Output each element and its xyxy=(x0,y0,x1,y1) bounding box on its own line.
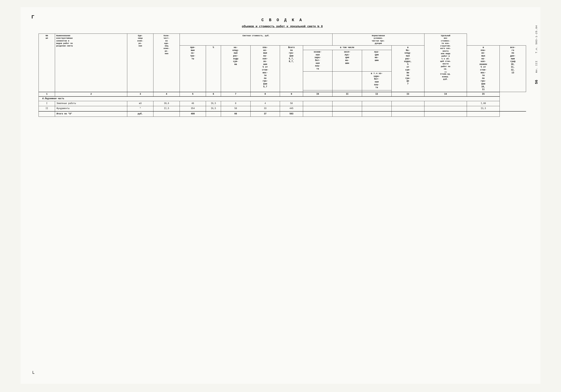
col-num-13: I3 xyxy=(391,92,424,97)
total-row-a: Итого по "А" руб. 400 66 37 503 xyxy=(39,111,526,117)
col-norm-2: впла-но-выхна-коп-лениях% отстои-мос-тип… xyxy=(467,45,500,92)
row2-col13 xyxy=(424,106,467,111)
row1-qty: 39,6 xyxy=(153,101,180,106)
col-sub-direct: пря-мыеза-тра-ты xyxy=(180,45,206,92)
row2-col5: I6,5 xyxy=(206,106,221,111)
col-header-num: №№шп xyxy=(39,34,55,92)
total-a-col6: 66 xyxy=(221,111,250,117)
col-num-4: 4 xyxy=(153,92,180,97)
total-a-col11 xyxy=(362,111,391,117)
row2-unit: " xyxy=(127,106,153,111)
row1-num: I xyxy=(39,101,55,106)
col-num-2: 2 xyxy=(55,92,127,97)
row2-col10 xyxy=(333,106,362,111)
total-a-col7: 37 xyxy=(250,111,280,117)
col-header-unit: Еди-ницаизме-ре-ния xyxy=(127,34,153,92)
col-num-6: 6 xyxy=(206,92,221,97)
row1-col4: 46 xyxy=(180,101,206,106)
col-machine: эксп-луа-цияма-шин xyxy=(333,50,362,72)
row1-col13 xyxy=(424,101,467,106)
col-intotal-sub1 xyxy=(303,72,333,90)
row2-col14: I3,3 xyxy=(467,106,500,111)
total-a-col5 xyxy=(206,111,221,117)
total-a-label: Итого по "А" xyxy=(55,111,127,117)
row2-name: Фундаменты xyxy=(55,106,127,111)
main-title: С В О Д К А xyxy=(39,18,526,22)
col-sub-pct: % xyxy=(206,45,221,92)
total-a-col4: 400 xyxy=(180,111,206,117)
section-a-header: А.Подземная часть xyxy=(39,97,526,101)
col-sub-planned: пла-но-выена-коп-ле-ния% отстои-мос-типо… xyxy=(250,45,280,92)
row2-col4: 354 xyxy=(180,106,206,111)
col-sub-overhead: на-клад-ныерас-ходысум-ма xyxy=(221,45,250,92)
right-sidebar: Т.п. 503-1-25.84 Ал. III 56 xyxy=(534,25,539,348)
sidebar-page-num: 56 xyxy=(534,80,539,84)
total-a-col9 xyxy=(303,111,333,117)
col-sub3-empty3 xyxy=(362,90,391,92)
col-num-1: 1 xyxy=(39,92,55,97)
corner-bl: └ xyxy=(31,371,34,377)
col-norm-3: все-гоподан-нымграф10,11,12,13 xyxy=(500,45,526,92)
col-header-name: Наименованиеконструктивныхэлементов ивид… xyxy=(55,34,127,92)
col-machine-wage: луа-цияма-шин xyxy=(362,50,391,72)
col-header-qty: Коли-чест-воеди-ницизме-ре-ния xyxy=(153,34,180,92)
row2-col12 xyxy=(391,106,424,111)
col-header-specific: Удельныйвесстоимос-ти кон-структив-ного … xyxy=(424,34,467,92)
row2-col8: 445 xyxy=(280,106,303,111)
row1-col7: 4 xyxy=(250,101,280,106)
row1-col11 xyxy=(362,101,391,106)
row2-num: II xyxy=(39,106,55,111)
row1-name: Земляные работы xyxy=(55,101,127,106)
row1-col8: 58 xyxy=(280,101,303,106)
total-a-unit: руб. xyxy=(127,111,153,117)
page: Г └ Т.п. 503-1-25.84 Ал. III 56 С В О Д … xyxy=(21,7,540,384)
data-row-1: I Земляные работы м3 39,6 46 I6,5 8 4 58… xyxy=(39,101,526,106)
row1-col9 xyxy=(303,101,333,106)
section-a-label: А.Подземная часть xyxy=(39,97,500,101)
total-a-col10 xyxy=(333,111,362,117)
col-num-7: 7 xyxy=(221,92,250,97)
sidebar-label-1: Т.п. 503-1-25.84 xyxy=(535,25,538,53)
col-num-12: I2 xyxy=(362,92,391,97)
col-num-5: 5 xyxy=(180,92,206,97)
main-table: №№шп Наименованиеконструктивныхэлементов… xyxy=(39,33,526,117)
row1-col14: I,80 xyxy=(467,101,500,106)
total-a-col12 xyxy=(391,111,424,117)
corner-tl: Г xyxy=(31,14,34,20)
total-a-col3 xyxy=(153,111,180,117)
col-num-9: 9 xyxy=(280,92,303,97)
col-num-14: I4 xyxy=(424,92,467,97)
sidebar-label-2: Ал. III xyxy=(535,60,538,73)
total-a-col14 xyxy=(467,111,500,117)
col-intotal-sub2 xyxy=(333,72,362,90)
col-sub-total: Всегопогра-фам5,7,8,7, xyxy=(280,45,303,92)
row2-qty: II,5 xyxy=(153,106,180,111)
row1-col6: 8 xyxy=(221,101,250,106)
row2-col11 xyxy=(362,106,391,111)
total-a-col13 xyxy=(424,111,467,117)
total-a-col8: 503 xyxy=(280,111,303,117)
col-num-8: 8 xyxy=(250,92,280,97)
col-norm-1: вНа-клад-ныхрас-ходах,%отсум-мнпогра-фе7 xyxy=(391,45,424,92)
subtitle: объемов и стоимость работ к локальной см… xyxy=(39,25,526,28)
col-header-norm: Нормативнаяусловно-чистая про-дукция xyxy=(333,34,424,45)
title-section: С В О Д К А объемов и стоимость работ к … xyxy=(39,18,526,28)
row2-col6: 58 xyxy=(221,106,250,111)
col-sub3-empty2 xyxy=(333,90,362,92)
col-num-10: I0 xyxy=(303,92,333,97)
col-intotal-sub3: в т.ч хо-зара-бот-наяпла-та xyxy=(362,72,391,90)
header-row-1: №№шп Наименованиеконструктивныхэлементов… xyxy=(39,34,526,45)
col-basic-wage: основ-наязара-бот-наяпла-та xyxy=(303,50,333,72)
row2-col9 xyxy=(303,106,333,111)
col-num-15: I5 xyxy=(467,92,500,97)
data-row-2: II Фундаменты " II,5 354 I6,5 58 33 445 … xyxy=(39,106,526,111)
row1-col5: I6,5 xyxy=(206,101,221,106)
row1-col12 xyxy=(391,101,424,106)
col-num-11: II xyxy=(333,92,362,97)
col-numbers-row: 1 2 3 4 5 6 7 8 9 I0 II I2 I3 I4 I5 xyxy=(39,92,526,97)
row2-col7: 33 xyxy=(250,106,280,111)
col-num-3: 3 xyxy=(127,92,153,97)
row1-col10 xyxy=(333,101,362,106)
total-a-num xyxy=(39,111,55,117)
col-sub3-empty1 xyxy=(303,90,333,92)
